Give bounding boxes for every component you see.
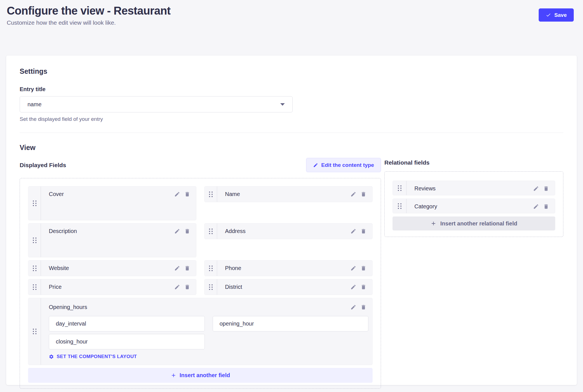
drag-handle[interactable] — [28, 260, 41, 276]
delete-field-button[interactable] — [182, 263, 192, 273]
delete-field-button[interactable] — [358, 282, 368, 292]
drag-handle-icon — [209, 284, 213, 290]
drag-handle-icon — [209, 192, 213, 197]
delete-field-button[interactable] — [358, 302, 368, 312]
drag-handle[interactable] — [205, 223, 217, 239]
edit-field-button[interactable] — [348, 302, 358, 312]
delete-field-button[interactable] — [541, 202, 551, 212]
pencil-icon — [350, 265, 356, 271]
page-title: Configure the view - Restaurant — [7, 4, 171, 17]
drag-handle-icon — [209, 266, 213, 271]
relational-fields-heading: Relational fields — [384, 159, 563, 166]
entry-title-select[interactable]: name — [20, 96, 293, 112]
section-divider — [20, 133, 563, 133]
delete-field-button[interactable] — [358, 263, 368, 273]
edit-field-button[interactable] — [348, 226, 358, 236]
drag-handle-icon — [398, 203, 401, 209]
drag-handle[interactable] — [393, 181, 407, 195]
delete-field-button[interactable] — [358, 189, 368, 199]
component-card-opening-hours: Opening_hours day_interval opening_hour … — [28, 298, 373, 365]
save-button-label: Save — [554, 12, 567, 18]
drag-handle[interactable] — [205, 279, 217, 295]
drag-handle-icon — [33, 329, 36, 334]
view-section: View Displayed Fields Edit the content t… — [20, 144, 563, 389]
field-label: Phone — [225, 265, 348, 271]
displayed-fields-column: Displayed Fields Edit the content type — [20, 158, 381, 389]
trash-icon — [361, 228, 366, 234]
save-button[interactable]: Save — [539, 8, 574, 22]
pencil-icon — [350, 304, 356, 310]
delete-field-button[interactable] — [182, 282, 192, 292]
edit-field-button[interactable] — [348, 263, 358, 273]
trash-icon — [361, 191, 366, 197]
trash-icon — [184, 191, 190, 197]
edit-field-button[interactable] — [172, 263, 182, 273]
drag-handle[interactable] — [393, 199, 407, 213]
delete-field-button[interactable] — [541, 184, 551, 194]
component-subfield-closing-hour[interactable]: closing_hour — [49, 334, 205, 349]
edit-field-button[interactable] — [172, 282, 182, 292]
settings-section: Settings Entry title name Set the displa… — [20, 67, 563, 122]
plus-icon — [171, 372, 176, 378]
drag-handle[interactable] — [28, 298, 41, 365]
field-label: District — [225, 284, 348, 290]
config-card: Settings Entry title name Set the displa… — [6, 56, 577, 385]
set-component-layout-label: SET THE COMPONENT'S LAYOUT — [57, 354, 137, 359]
drag-handle[interactable] — [205, 186, 217, 202]
trash-icon — [543, 204, 549, 209]
settings-heading: Settings — [20, 67, 563, 75]
edit-field-button[interactable] — [172, 189, 182, 199]
field-label: Cover — [49, 191, 172, 197]
relational-fields-dropzone: Reviews Category — [384, 171, 563, 237]
field-label: Name — [225, 191, 348, 197]
insert-another-field-button[interactable]: Insert another field — [28, 368, 373, 383]
relational-field-label: Category — [414, 203, 531, 210]
field-card-price: Price — [28, 279, 196, 295]
drag-handle-icon — [209, 229, 213, 234]
drag-handle[interactable] — [205, 260, 217, 276]
entry-title-hint: Set the displayed field of your entry — [20, 116, 563, 122]
field-label: Description — [49, 228, 172, 234]
pencil-icon — [174, 265, 180, 271]
trash-icon — [184, 228, 190, 234]
field-card-website: Website — [28, 260, 196, 276]
trash-icon — [184, 284, 190, 290]
drag-handle-icon — [33, 237, 36, 243]
field-card-cover: Cover — [28, 186, 196, 220]
gear-icon — [49, 354, 54, 359]
set-component-layout-button[interactable]: SET THE COMPONENT'S LAYOUT — [49, 354, 137, 359]
field-card-name: Name — [204, 186, 373, 202]
drag-handle[interactable] — [28, 186, 41, 220]
page-subtitle: Customize how the edit view will look li… — [7, 19, 171, 26]
pencil-icon — [313, 163, 318, 168]
drag-handle-icon — [33, 200, 36, 206]
delete-field-button[interactable] — [358, 226, 368, 236]
component-label: Opening_hours — [49, 304, 348, 310]
edit-field-button[interactable] — [531, 184, 541, 194]
edit-field-button[interactable] — [531, 202, 541, 212]
edit-content-type-button[interactable]: Edit the content type — [306, 158, 381, 172]
displayed-fields-dropzone: Cover Name — [20, 178, 381, 389]
trash-icon — [361, 304, 366, 310]
component-subfield-day-interval[interactable]: day_interval — [49, 316, 205, 331]
relational-field-label: Reviews — [414, 185, 531, 192]
drag-handle[interactable] — [28, 223, 41, 257]
page-header: Configure the view - Restaurant Customiz… — [0, 0, 583, 56]
component-subfield-opening-hour[interactable]: opening_hour — [213, 316, 369, 331]
view-heading: View — [20, 144, 563, 152]
plus-icon — [430, 220, 437, 227]
edit-field-button[interactable] — [348, 282, 358, 292]
delete-field-button[interactable] — [182, 226, 192, 236]
field-label: Address — [225, 228, 348, 234]
trash-icon — [361, 284, 366, 290]
delete-field-button[interactable] — [182, 189, 192, 199]
drag-handle-icon — [33, 284, 36, 290]
edit-field-button[interactable] — [348, 189, 358, 199]
relational-card-category: Category — [393, 199, 555, 213]
trash-icon — [543, 186, 549, 192]
insert-relational-field-button[interactable]: Insert another relational field — [393, 216, 555, 230]
drag-handle[interactable] — [28, 279, 41, 295]
edit-field-button[interactable] — [172, 226, 182, 236]
displayed-fields-heading: Displayed Fields — [20, 162, 66, 169]
drag-handle-icon — [398, 185, 401, 191]
